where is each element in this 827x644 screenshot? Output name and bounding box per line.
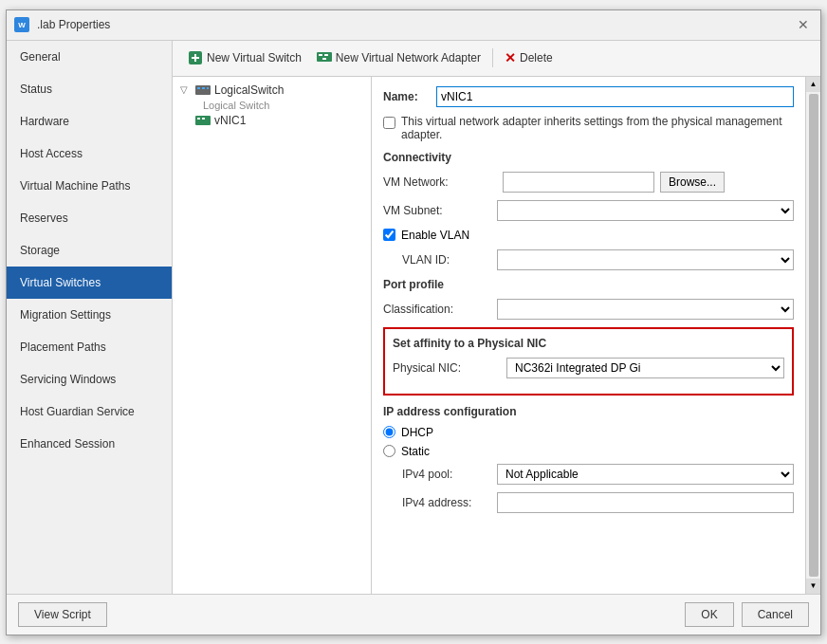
name-input[interactable] bbox=[436, 86, 794, 107]
new-virtual-switch-label: New Virtual Switch bbox=[207, 51, 302, 64]
name-label: Name: bbox=[383, 90, 431, 103]
delete-button[interactable]: ✕ Delete bbox=[497, 46, 561, 69]
tree-root-sublabel: Logical Switch bbox=[176, 100, 367, 111]
sidebar-item-virtual-switches[interactable]: Virtual Switches bbox=[7, 267, 172, 299]
titlebar: W .lab Properties ✕ bbox=[7, 10, 820, 41]
connectivity-header: Connectivity bbox=[383, 151, 794, 164]
inherit-checkbox[interactable] bbox=[383, 117, 395, 129]
inherit-row: This virtual network adapter inherits se… bbox=[383, 115, 794, 141]
new-virtual-switch-button[interactable]: New Virtual Switch bbox=[180, 46, 309, 69]
svg-rect-6 bbox=[319, 54, 322, 56]
scrollbar-down[interactable]: ▼ bbox=[806, 579, 820, 594]
physical-nic-label: Physical NIC: bbox=[393, 361, 506, 375]
affinity-header: Set affinity to a Physical NIC bbox=[393, 337, 784, 350]
svg-rect-7 bbox=[324, 54, 328, 56]
static-row: Static bbox=[383, 445, 794, 458]
scrollbar: ▲ ▼ bbox=[805, 77, 820, 594]
vm-subnet-row: VM Subnet: bbox=[383, 200, 794, 221]
static-radio[interactable] bbox=[383, 445, 395, 457]
view-script-button[interactable]: View Script bbox=[18, 602, 107, 627]
tree-child-item[interactable]: vNIC1 bbox=[176, 111, 367, 130]
sidebar-item-hardware[interactable]: Hardware bbox=[7, 105, 172, 138]
name-row: Name: bbox=[383, 86, 794, 107]
content-area: General Status Hardware Host Access Virt… bbox=[7, 41, 820, 594]
port-profile-header: Port profile bbox=[383, 278, 794, 291]
dhcp-radio[interactable] bbox=[383, 426, 395, 438]
enable-vlan-label: Enable VLAN bbox=[401, 229, 469, 242]
ipv4-address-label: IPv4 address: bbox=[383, 496, 497, 509]
classification-select[interactable] bbox=[497, 299, 794, 320]
scrollbar-thumb[interactable] bbox=[809, 94, 818, 577]
ipv4-address-row: IPv4 address: bbox=[383, 492, 794, 513]
sidebar-item-enhanced[interactable]: Enhanced Session bbox=[7, 428, 172, 460]
sidebar-item-general[interactable]: General bbox=[7, 41, 172, 73]
svg-rect-11 bbox=[202, 87, 205, 89]
vm-subnet-label: VM Subnet: bbox=[383, 204, 497, 217]
new-virtual-network-adapter-button[interactable]: New Virtual Network Adapter bbox=[309, 46, 488, 70]
ipv4-address-input[interactable] bbox=[497, 492, 794, 513]
footer-right: OK Cancel bbox=[685, 602, 809, 627]
switch-icon bbox=[195, 83, 211, 97]
sidebar-item-host-access[interactable]: Host Access bbox=[7, 138, 172, 170]
cancel-button[interactable]: Cancel bbox=[742, 602, 809, 627]
delete-icon: ✕ bbox=[505, 50, 516, 65]
enable-vlan-row: Enable VLAN bbox=[383, 229, 794, 242]
tree-root-item[interactable]: ▽ LogicalSwitch bbox=[176, 81, 367, 100]
enable-vlan-checkbox[interactable] bbox=[383, 229, 395, 241]
ipv4-pool-select[interactable]: Not Applicable bbox=[497, 464, 794, 485]
vlan-id-label: VLAN ID: bbox=[383, 253, 497, 267]
nic-icon bbox=[195, 114, 211, 127]
svg-rect-10 bbox=[197, 87, 200, 89]
dhcp-row: DHCP bbox=[383, 426, 794, 439]
inherit-text: This virtual network adapter inherits se… bbox=[401, 115, 794, 141]
vlan-id-row: VLAN ID: bbox=[383, 249, 794, 270]
sidebar-item-migration[interactable]: Migration Settings bbox=[7, 299, 172, 331]
sidebar-item-guardian[interactable]: Host Guardian Service bbox=[7, 396, 172, 428]
sidebar-item-servicing[interactable]: Servicing Windows bbox=[7, 363, 172, 396]
ipv4-pool-label: IPv4 pool: bbox=[383, 468, 497, 481]
sidebar-item-status[interactable]: Status bbox=[7, 73, 172, 105]
svg-rect-12 bbox=[207, 87, 209, 89]
svg-rect-13 bbox=[195, 116, 211, 125]
footer: View Script OK Cancel bbox=[7, 594, 820, 635]
classification-label: Classification: bbox=[383, 303, 497, 316]
plus-icon bbox=[188, 50, 203, 65]
network-adapter-icon bbox=[317, 50, 332, 66]
vlan-id-select[interactable] bbox=[497, 249, 794, 270]
svg-rect-9 bbox=[195, 85, 211, 95]
sidebar: General Status Hardware Host Access Virt… bbox=[7, 41, 173, 594]
window-icon: W bbox=[14, 17, 29, 32]
physical-nic-select[interactable]: NC362i Integrated DP Gi bbox=[506, 358, 784, 378]
tree-root-label: LogicalSwitch bbox=[214, 83, 284, 97]
tree-child-label: vNIC1 bbox=[214, 114, 246, 127]
vm-subnet-select[interactable] bbox=[497, 200, 794, 221]
body-content: ▽ LogicalSwitch Logical Switch bbox=[173, 77, 820, 594]
dhcp-label: DHCP bbox=[401, 426, 433, 439]
sidebar-item-reserves[interactable]: Reserves bbox=[7, 202, 172, 234]
browse-button[interactable]: Browse... bbox=[660, 172, 725, 193]
delete-label: Delete bbox=[520, 51, 553, 64]
svg-rect-5 bbox=[317, 52, 332, 62]
close-button[interactable]: ✕ bbox=[794, 15, 813, 34]
ip-config-header: IP address configuration bbox=[383, 405, 794, 418]
physical-nic-row: Physical NIC: NC362i Integrated DP Gi bbox=[393, 358, 784, 378]
svg-rect-8 bbox=[322, 58, 326, 60]
vm-network-input[interactable] bbox=[503, 172, 654, 193]
sidebar-item-placement[interactable]: Placement Paths bbox=[7, 331, 172, 363]
new-virtual-network-adapter-label: New Virtual Network Adapter bbox=[336, 51, 481, 64]
main-window: W .lab Properties ✕ General Status Hardw… bbox=[6, 9, 821, 635]
tree-expand-icon: ▽ bbox=[180, 84, 192, 95]
svg-text:W: W bbox=[18, 21, 26, 29]
svg-rect-14 bbox=[197, 118, 200, 120]
ok-button[interactable]: OK bbox=[685, 602, 733, 627]
ipv4-pool-row: IPv4 pool: Not Applicable bbox=[383, 464, 794, 485]
vm-network-label: VM Network: bbox=[383, 175, 497, 189]
properties-panel: Name: This virtual network adapter inher… bbox=[372, 77, 805, 594]
sidebar-item-vm-paths[interactable]: Virtual Machine Paths bbox=[7, 170, 172, 202]
affinity-section: Set affinity to a Physical NIC Physical … bbox=[383, 327, 794, 396]
footer-left: View Script bbox=[18, 602, 107, 627]
classification-row: Classification: bbox=[383, 299, 794, 320]
sidebar-item-storage[interactable]: Storage bbox=[7, 234, 172, 267]
main-area: New Virtual Switch New Virtual Network A… bbox=[173, 41, 820, 594]
scrollbar-up[interactable]: ▲ bbox=[806, 77, 820, 92]
